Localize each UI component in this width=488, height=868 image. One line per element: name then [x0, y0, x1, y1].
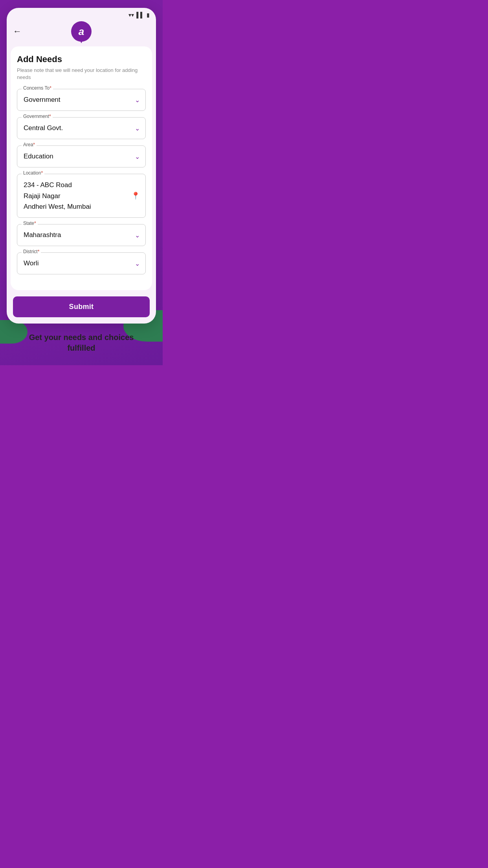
bottom-tagline: Get your needs and choices fulfilled — [6, 332, 156, 353]
location-pin-icon: 📍 — [131, 190, 140, 202]
location-line3: Andheri West, Mumbai — [24, 201, 91, 212]
district-dropdown[interactable]: Worli ⌄ — [17, 252, 146, 274]
concerns-to-value: Government — [24, 96, 61, 104]
location-field: Location* 234 - ABC Road Rajaji Nagar An… — [17, 174, 146, 218]
phone-card: ▾▾ ▌▌ ▮ ← a Add Needs Please note that w… — [7, 8, 156, 324]
signal-icon: ▌▌ — [136, 12, 144, 18]
concerns-to-field: Concerns To* Government ⌄ — [17, 89, 146, 111]
app-logo: a — [71, 21, 92, 42]
location-label: Location* — [22, 170, 44, 176]
government-value: Central Govt. — [24, 124, 63, 132]
logo-letter: a — [79, 26, 84, 38]
government-arrow-icon: ⌄ — [135, 125, 140, 132]
form-area: Add Needs Please note that we will need … — [11, 46, 152, 290]
page-title: Add Needs — [17, 54, 146, 64]
government-field: Government* Central Govt. ⌄ — [17, 117, 146, 139]
back-button[interactable]: ← — [13, 27, 22, 36]
wifi-icon: ▾▾ — [128, 12, 134, 18]
status-bar: ▾▾ ▌▌ ▮ — [7, 8, 156, 20]
battery-icon: ▮ — [147, 12, 150, 18]
concerns-to-arrow-icon: ⌄ — [135, 96, 140, 104]
area-field: Area* Education ⌄ — [17, 145, 146, 167]
location-line2: Rajaji Nagar — [24, 191, 61, 201]
concerns-to-dropdown[interactable]: Government ⌄ — [17, 89, 146, 111]
district-value: Worli — [24, 259, 39, 267]
state-dropdown[interactable]: Maharashtra ⌄ — [17, 224, 146, 246]
state-value: Maharashtra — [24, 231, 61, 239]
state-arrow-icon: ⌄ — [135, 231, 140, 239]
government-dropdown[interactable]: Central Govt. ⌄ — [17, 117, 146, 139]
area-arrow-icon: ⌄ — [135, 153, 140, 160]
concerns-to-label: Concerns To* — [22, 85, 53, 91]
location-line1: 234 - ABC Road — [24, 180, 72, 190]
submit-button[interactable]: Submit — [13, 296, 150, 317]
background-wrapper: ▾▾ ▌▌ ▮ ← a Add Needs Please note that w… — [0, 0, 163, 365]
district-arrow-icon: ⌄ — [135, 259, 140, 267]
area-dropdown[interactable]: Education ⌄ — [17, 145, 146, 167]
app-header: ← a — [7, 20, 156, 46]
area-value: Education — [24, 153, 53, 160]
state-field: State* Maharashtra ⌄ — [17, 224, 146, 246]
area-label: Area* — [22, 142, 37, 147]
district-label: District* — [22, 249, 41, 254]
location-input[interactable]: 234 - ABC Road Rajaji Nagar Andheri West… — [17, 174, 146, 218]
state-label: State* — [22, 221, 38, 226]
district-field: District* Worli ⌄ — [17, 252, 146, 274]
page-subtitle: Please note that we will need your locat… — [17, 67, 146, 81]
government-label: Government* — [22, 114, 53, 119]
